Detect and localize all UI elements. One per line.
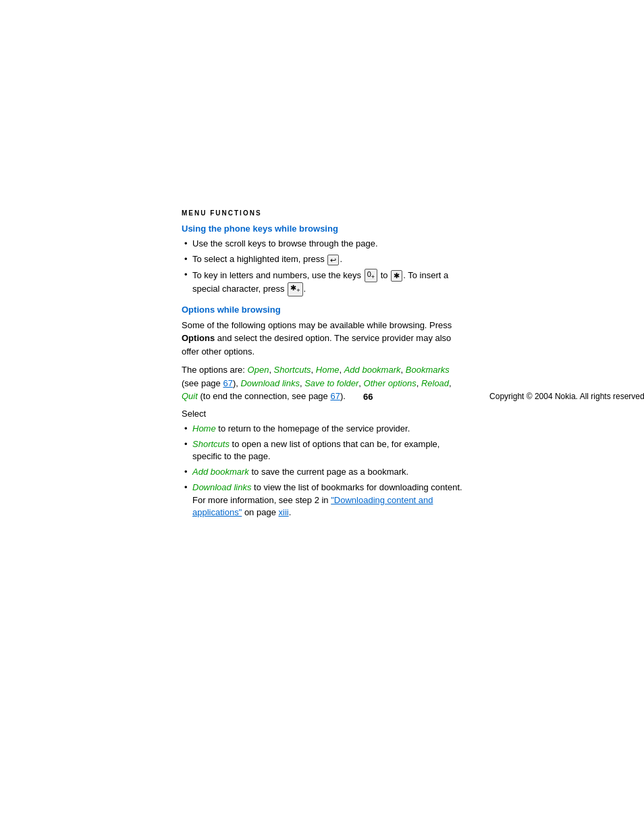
option-add-bookmark: Add bookmark (344, 365, 401, 375)
option-other-options: Other options (364, 378, 417, 388)
option-home: Home (316, 365, 340, 375)
link-page-67-bookmarks[interactable]: 67 (223, 378, 232, 388)
bullet-text: Add bookmark to save the current page as… (192, 467, 408, 477)
page-number: 66 (363, 392, 373, 402)
option-reload: Reload (421, 378, 449, 388)
special-key: ✱+ (288, 282, 302, 296)
link-page-67-quit[interactable]: 67 (330, 391, 340, 401)
list-item: To select a highlighted item, press ↩. (182, 253, 465, 265)
footer: 66 Copyright © 2004 Nokia. All rights re… (363, 392, 644, 402)
select-bullet-list: Home to return to the homepage of the se… (182, 423, 465, 519)
phone-keys-bullet-list: Use the scroll keys to browse through th… (182, 238, 465, 296)
page: Menu functions Using the phone keys whil… (0, 0, 644, 834)
select-download-links: Download links (192, 482, 251, 492)
select-add-bookmark: Add bookmark (192, 467, 249, 477)
section-heading-options-browsing: Options while browsing (182, 305, 465, 315)
zero-key: 0+ (365, 269, 377, 282)
select-shortcuts: Shortcuts (192, 439, 230, 449)
star-key: ✱ (391, 270, 402, 281)
bullet-text: Download links to view the list of bookm… (192, 482, 462, 517)
bullet-text: To select a highlighted item, press ↩. (192, 254, 342, 264)
options-bold: Options (182, 333, 215, 343)
bullet-text: Use the scroll keys to browse through th… (192, 238, 378, 249)
link-downloading-content[interactable]: "Downloading content and applications" (192, 495, 433, 517)
bullet-text: Shortcuts to open a new list of options … (192, 439, 439, 461)
bullet-text: To key in letters and numbers, use the k… (192, 270, 448, 294)
content-area: Menu functions Using the phone keys whil… (182, 209, 465, 527)
copyright-text: Copyright © 2004 Nokia. All rights reser… (489, 392, 644, 401)
list-item: Shortcuts to open a new list of options … (182, 438, 465, 463)
bullet-text: Home to return to the homepage of the se… (192, 423, 410, 434)
option-quit: Quit (182, 391, 198, 401)
select-home: Home (192, 423, 216, 434)
list-item: To key in letters and numbers, use the k… (182, 269, 465, 296)
option-save-to-folder: Save to folder (304, 378, 358, 388)
link-page-xiii[interactable]: xiii (279, 507, 289, 517)
section-options-browsing: Options while browsing Some of the follo… (182, 305, 465, 519)
select-label: Select (182, 409, 465, 419)
options-intro: Some of the following options may be ava… (182, 319, 465, 359)
section-using-phone-keys: Using the phone keys while browsing Use … (182, 224, 465, 296)
list-item: Use the scroll keys to browse through th… (182, 238, 465, 250)
menu-functions-label: Menu functions (182, 209, 465, 217)
list-item: Add bookmark to save the current page as… (182, 466, 465, 478)
section-heading-phone-keys: Using the phone keys while browsing (182, 224, 465, 234)
list-item: Home to return to the homepage of the se… (182, 423, 465, 435)
option-download-links: Download links (240, 378, 299, 388)
list-item: Download links to view the list of bookm… (182, 481, 465, 519)
select-key: ↩ (327, 255, 339, 265)
option-shortcuts: Shortcuts (274, 365, 311, 375)
option-open: Open (248, 365, 269, 375)
option-bookmarks: Bookmarks (406, 365, 450, 375)
